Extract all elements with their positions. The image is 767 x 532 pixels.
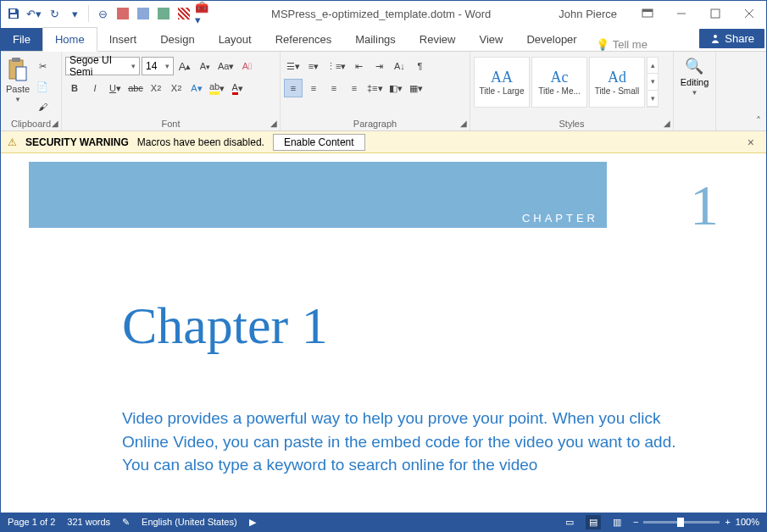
print-layout-icon[interactable]: ▤	[586, 515, 601, 529]
body-text: Video provides a powerful way to help yo…	[29, 381, 739, 477]
macro-icon[interactable]: ▶	[249, 517, 256, 528]
web-layout-icon[interactable]: ▥	[613, 517, 621, 528]
zoom-out-icon[interactable]: −	[633, 517, 638, 527]
align-center-icon[interactable]: ≡	[304, 79, 323, 97]
group-paragraph-label: Paragraph	[284, 117, 466, 130]
back-icon[interactable]: ⊖	[93, 4, 112, 23]
shrink-font-icon[interactable]: A▾	[196, 57, 214, 75]
tell-me-search[interactable]: 💡 Tell me	[589, 38, 654, 51]
strikethrough-button[interactable]: abc	[126, 79, 145, 97]
bold-button[interactable]: B	[65, 79, 84, 97]
align-left-icon[interactable]: ≡	[284, 79, 303, 97]
sort-icon[interactable]: A↓	[390, 57, 409, 75]
window-title: MSPress_e-optimized_template.dotm - Word	[217, 8, 545, 20]
style-title-large[interactable]: AA Title - Large	[474, 57, 530, 108]
toolbox-icon[interactable]: 🧰▾	[195, 4, 214, 23]
qat-dropdown-icon[interactable]: ▾	[65, 4, 84, 23]
clipboard-dialog-launcher[interactable]: ◢	[52, 119, 58, 128]
font-name-combo[interactable]: Segoe UI Semi▾	[65, 57, 140, 75]
copy-icon[interactable]: 📄	[33, 77, 52, 96]
ribbon-display-icon[interactable]	[631, 2, 664, 25]
paste-icon	[7, 57, 29, 82]
save-icon[interactable]	[4, 4, 23, 23]
clear-format-icon[interactable]: A⃠	[237, 57, 256, 75]
chapter-number: 1	[690, 172, 719, 239]
minimize-icon[interactable]	[664, 2, 698, 25]
style-title-small[interactable]: Ad Title - Small	[589, 57, 645, 108]
warning-icon: ⚠	[8, 136, 17, 148]
justify-icon[interactable]: ≡	[345, 79, 364, 97]
tab-file[interactable]: File	[1, 28, 42, 51]
close-icon[interactable]	[732, 2, 766, 25]
bullets-icon[interactable]: ☰▾	[284, 57, 303, 75]
text-effects-icon[interactable]: A▾	[187, 79, 206, 97]
editing-button[interactable]: 🔍 Editing ▼	[681, 57, 709, 97]
read-mode-icon[interactable]: ▭	[565, 517, 574, 528]
tab-design[interactable]: Design	[148, 28, 206, 51]
status-page[interactable]: Page 1 of 2	[8, 517, 55, 527]
numbering-icon[interactable]: ≡▾	[304, 57, 323, 75]
font-size-combo[interactable]: 14▾	[142, 57, 174, 75]
group-font-label: Font	[65, 117, 276, 130]
tab-mailings[interactable]: Mailings	[343, 28, 408, 51]
tab-review[interactable]: Review	[408, 28, 468, 51]
underline-button[interactable]: U▾	[106, 79, 125, 97]
tab-insert[interactable]: Insert	[97, 28, 149, 51]
highlight-icon[interactable]: ab▾	[208, 79, 226, 97]
maximize-icon[interactable]	[698, 2, 732, 25]
increase-indent-icon[interactable]: ⇥	[370, 57, 388, 75]
share-button[interactable]: Share	[699, 29, 764, 48]
decrease-indent-icon[interactable]: ⇤	[349, 57, 368, 75]
style-title-medium[interactable]: Ac Title - Me...	[531, 57, 587, 108]
show-marks-icon[interactable]: ¶	[410, 57, 429, 75]
svg-rect-3	[642, 9, 653, 12]
find-icon: 🔍	[685, 57, 703, 75]
font-size-value: 14	[146, 60, 157, 72]
swatch-4[interactable]	[175, 4, 193, 23]
dismiss-warning-icon[interactable]: ×	[742, 136, 759, 149]
user-name: John Pierce	[545, 8, 631, 20]
styles-gallery-scroll[interactable]: ▴▾▾	[647, 57, 659, 108]
font-color-icon[interactable]: A▾	[228, 79, 247, 97]
grow-font-icon[interactable]: A▴	[175, 57, 194, 75]
format-painter-icon[interactable]: 🖌	[33, 97, 52, 116]
styles-dialog-launcher[interactable]: ◢	[664, 119, 670, 128]
align-right-icon[interactable]: ≡	[325, 79, 343, 97]
spellcheck-icon[interactable]: ✎	[122, 517, 130, 528]
borders-icon[interactable]: ▦▾	[407, 79, 425, 97]
undo-icon[interactable]: ↶▾	[25, 4, 43, 23]
group-clipboard-label: Clipboard	[4, 117, 58, 130]
tab-developer[interactable]: Developer	[514, 28, 588, 51]
swatch-3[interactable]	[154, 4, 173, 23]
zoom-level[interactable]: 100%	[736, 517, 759, 527]
multilevel-icon[interactable]: ⋮≡▾	[325, 57, 347, 75]
swatch-2[interactable]	[134, 4, 153, 23]
status-words[interactable]: 321 words	[67, 517, 110, 527]
font-dialog-launcher[interactable]: ◢	[270, 119, 277, 128]
cut-icon[interactable]: ✂	[33, 57, 52, 75]
zoom-in-icon[interactable]: +	[725, 517, 730, 527]
tab-view[interactable]: View	[467, 28, 514, 51]
subscript-button[interactable]: X2	[147, 79, 165, 97]
enable-content-button[interactable]: Enable Content	[273, 134, 365, 151]
line-spacing-icon[interactable]: ‡≡▾	[365, 79, 385, 97]
change-case-icon[interactable]: Aa▾	[216, 57, 236, 75]
tab-layout[interactable]: Layout	[207, 28, 264, 51]
italic-button[interactable]: I	[86, 79, 104, 97]
tab-home[interactable]: Home	[42, 27, 97, 52]
paste-button[interactable]: Paste ▼	[4, 57, 31, 103]
redo-icon[interactable]: ↻	[45, 4, 64, 23]
shading-icon[interactable]: ◧▾	[386, 79, 405, 97]
security-title: SECURITY WARNING	[25, 136, 129, 148]
swatch-1[interactable]	[114, 4, 132, 23]
status-language[interactable]: English (United States)	[142, 517, 237, 527]
tell-me-label: Tell me	[613, 38, 648, 51]
superscript-button[interactable]: X2	[167, 79, 186, 97]
svg-rect-0	[10, 9, 15, 13]
group-styles-label: Styles	[474, 117, 670, 130]
zoom-slider[interactable]	[643, 521, 720, 524]
tab-references[interactable]: References	[264, 28, 343, 51]
document-area[interactable]: CHAPTER 1 Chapter 1 Video provides a pow…	[1, 153, 766, 513]
collapse-ribbon-icon[interactable]: ˄	[756, 115, 761, 127]
paragraph-dialog-launcher[interactable]: ◢	[460, 119, 467, 128]
